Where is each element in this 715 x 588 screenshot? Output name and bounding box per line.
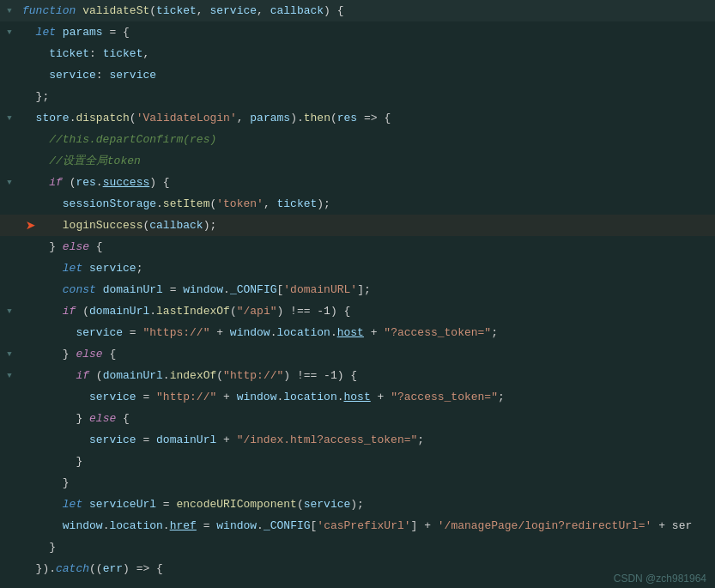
line-content: let serviceUrl = encodeURIComponent(serv… [19, 494, 715, 515]
watermark: CSDN @zch981964 [614, 573, 706, 585]
code-line: ▼ store.dispatch('ValidateLogin', params… [0, 107, 715, 129]
code-line: ▼ let params = { [0, 21, 715, 43]
code-line: } [0, 536, 715, 558]
fold-gutter: ▼ [0, 365, 19, 386]
line-content: service = "https://" + window.location.h… [19, 322, 715, 343]
line-content: const domainUrl = window._CONFIG['domain… [19, 279, 715, 300]
code-line: ▼ if (domainUrl.indexOf("http://") !== -… [0, 365, 715, 386]
code-line: let service; [0, 258, 715, 279]
line-content: } else { [19, 236, 715, 258]
fold-gutter [0, 408, 19, 429]
line-content: service = domainUrl + "/index.html?acces… [19, 429, 715, 451]
line-content: if (res.success) { [19, 172, 715, 193]
fold-gutter [0, 215, 19, 236]
fold-gutter [0, 86, 19, 107]
line-content: let service; [19, 258, 715, 279]
code-line: service = "http://" + window.location.ho… [0, 386, 715, 408]
code-line: ▼ if (domainUrl.lastIndexOf("/api") !== … [0, 300, 715, 322]
line-content: } else { [19, 408, 715, 429]
line-content: service = "http://" + window.location.ho… [19, 386, 715, 408]
code-line: //this.departConfirm(res) [0, 129, 715, 150]
line-content: function validateSt(ticket, service, cal… [19, 0, 715, 21]
line-content: //this.departConfirm(res) [19, 129, 715, 150]
fold-gutter [0, 322, 19, 343]
fold-gutter [0, 236, 19, 258]
line-content: } [19, 451, 715, 472]
line-content: loginSuccess(callback); [19, 215, 715, 236]
line-content: } else { [19, 343, 715, 365]
code-line: service = "https://" + window.location.h… [0, 322, 715, 343]
code-line: ▼ if (res.success) { [0, 172, 715, 193]
code-line: ▼ } else { [0, 343, 715, 365]
code-line: } else { [0, 236, 715, 258]
code-line: }; [0, 86, 715, 107]
line-content: } [19, 472, 715, 494]
fold-gutter [0, 515, 19, 536]
fold-gutter: ▼ [0, 343, 19, 365]
line-content: service: service [19, 64, 715, 86]
line-content: } [19, 536, 715, 558]
fold-gutter [0, 150, 19, 172]
fold-gutter [0, 472, 19, 494]
line-content: store.dispatch('ValidateLogin', params).… [19, 107, 715, 129]
fold-gutter [0, 451, 19, 472]
fold-gutter [0, 386, 19, 408]
fold-gutter: ▼ [0, 172, 19, 193]
code-line: }).catch((err) => { [0, 558, 715, 579]
fold-gutter [0, 558, 19, 579]
code-line: const domainUrl = window._CONFIG['domain… [0, 279, 715, 300]
line-content: let params = { [19, 21, 715, 43]
fold-gutter [0, 129, 19, 150]
fold-gutter [0, 536, 19, 558]
code-line: } [0, 451, 715, 472]
fold-gutter [0, 258, 19, 279]
line-content: }).catch((err) => { [19, 558, 715, 579]
line-content: sessionStorage.setItem('token', ticket); [19, 193, 715, 215]
line-content: window.location.href = window._CONFIG['c… [19, 515, 715, 536]
code-line: //设置全局token [0, 150, 715, 172]
fold-gutter: ▼ [0, 300, 19, 322]
line-content: ticket: ticket, [19, 43, 715, 64]
code-line: service: service [0, 64, 715, 86]
fold-gutter: ▼ [0, 0, 19, 21]
fold-gutter [0, 43, 19, 64]
code-line: ▼function validateSt(ticket, service, ca… [0, 0, 715, 21]
code-line: service = domainUrl + "/index.html?acces… [0, 429, 715, 451]
code-line: } else { [0, 408, 715, 429]
code-line: ticket: ticket, [0, 43, 715, 64]
code-line: sessionStorage.setItem('token', ticket); [0, 193, 715, 215]
line-content: }; [19, 86, 715, 107]
fold-gutter [0, 193, 19, 215]
fold-gutter [0, 279, 19, 300]
code-line: loginSuccess(callback);➤ [0, 215, 715, 236]
fold-gutter [0, 494, 19, 515]
fold-gutter [0, 64, 19, 86]
code-line: } [0, 472, 715, 494]
line-content: if (domainUrl.indexOf("http://") !== -1)… [19, 365, 715, 386]
fold-gutter: ▼ [0, 107, 19, 129]
fold-gutter [0, 429, 19, 451]
line-content: //设置全局token [19, 150, 715, 172]
fold-gutter: ▼ [0, 21, 19, 43]
line-content: if (domainUrl.lastIndexOf("/api") !== -1… [19, 300, 715, 322]
code-line: let serviceUrl = encodeURIComponent(serv… [0, 494, 715, 515]
code-editor: ▼function validateSt(ticket, service, ca… [0, 0, 715, 588]
code-line: window.location.href = window._CONFIG['c… [0, 515, 715, 536]
